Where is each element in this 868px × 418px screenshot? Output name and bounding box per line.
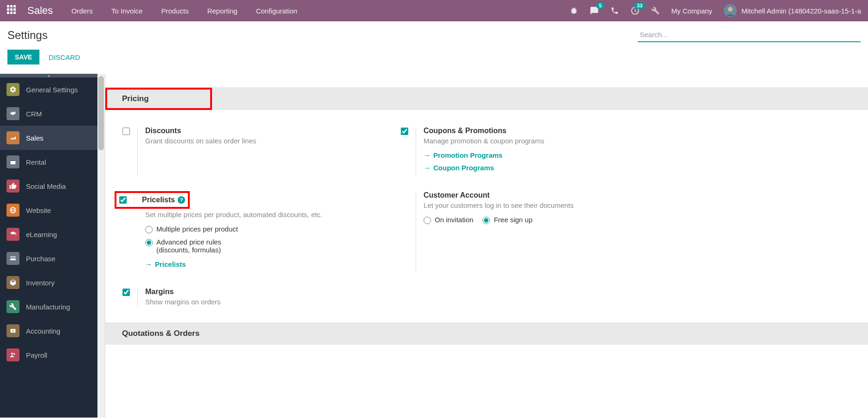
sidebar-item-label: Sales [26, 134, 44, 142]
settings-sidebar: ▲ General Settings CRM Sales Rental Soci… [0, 74, 97, 418]
sidebar-item-label: Payroll [26, 351, 47, 359]
sidebar-item-label: Manufacturing [26, 303, 70, 311]
sidebar-item-inventory[interactable]: Inventory [0, 270, 97, 295]
setting-title: Pricelists [142, 196, 175, 204]
sidebar-item-label: General Settings [26, 86, 78, 94]
sidebar-item-payroll[interactable]: Payroll [0, 343, 97, 367]
debug-icon[interactable] [570, 6, 578, 15]
setting-customer-account: Customer Account Let your customers log … [393, 184, 671, 280]
radio-free-signup[interactable]: Free sign up [482, 216, 532, 224]
settings-content: Pricing Discounts Grant discounts on sal… [105, 74, 868, 418]
activity-icon[interactable]: 33 [630, 6, 640, 15]
chart-icon [6, 131, 19, 144]
apps-icon[interactable] [7, 5, 18, 16]
graduation-icon [6, 228, 19, 241]
topbar: Sales Orders To Invoice Products Reporti… [0, 0, 868, 21]
discounts-checkbox[interactable] [122, 128, 130, 135]
setting-discounts: Discounts Grant discounts on sales order… [115, 119, 393, 184]
pricelists-link[interactable]: →Pricelists [145, 260, 393, 268]
messages-icon[interactable]: 5 [590, 6, 599, 15]
section-quotations: Quotations & Orders [105, 322, 868, 345]
pricelists-checkbox[interactable] [119, 196, 127, 204]
radio-on-invitation[interactable]: On invitation [424, 216, 473, 224]
gear-icon [6, 83, 19, 96]
svg-rect-8 [13, 12, 16, 14]
sidebar-item-label: Website [26, 206, 51, 214]
svg-rect-3 [7, 8, 9, 11]
app-title[interactable]: Sales [27, 5, 53, 17]
calendar-icon [6, 155, 19, 168]
menu-configuration[interactable]: Configuration [256, 7, 297, 15]
sidebar-item-rental[interactable]: Rental [0, 150, 97, 174]
margins-checkbox[interactable] [122, 289, 130, 296]
tools-icon[interactable] [651, 6, 660, 15]
messages-badge: 5 [596, 2, 604, 9]
main: ▲ General Settings CRM Sales Rental Soci… [0, 74, 868, 418]
sidebar-item-label: Purchase [26, 255, 55, 263]
setting-desc: Manage promotion & coupon programs [424, 137, 671, 145]
sidebar-item-social-media[interactable]: Social Media [0, 174, 97, 198]
save-button[interactable]: SAVE [7, 50, 39, 64]
sidebar-item-general-settings[interactable]: General Settings [0, 77, 97, 102]
arrow-icon: → [424, 164, 431, 172]
wrench-icon [6, 300, 19, 313]
setting-margins: Margins Show margins on orders [115, 280, 393, 313]
coupons-checkbox[interactable] [401, 128, 408, 135]
sidebar-item-label: Social Media [26, 182, 66, 190]
arrow-icon: → [145, 260, 152, 268]
setting-title: Coupons & Promotions [424, 127, 671, 135]
svg-rect-2 [13, 5, 16, 7]
sidebar-item-label: Rental [26, 158, 46, 166]
sidebar-item-website[interactable]: Website [0, 198, 97, 222]
radio-multiple-prices[interactable]: Multiple prices per product [145, 225, 393, 233]
menu-reporting[interactable]: Reporting [207, 7, 238, 15]
search-input[interactable] [638, 28, 861, 42]
setting-pricelists: Pricelists ? Set multiple prices per pro… [115, 184, 393, 280]
sidebar-item-sales[interactable]: Sales [0, 126, 97, 150]
credit-card-icon [6, 252, 19, 265]
sidebar-item-crm[interactable]: CRM [0, 102, 97, 126]
box-icon [6, 276, 19, 289]
people-icon [6, 348, 19, 361]
sidebar-item-label: CRM [26, 110, 42, 118]
radio-advanced-rules[interactable]: Advanced price rules(discounts, formulas… [145, 238, 393, 254]
svg-rect-5 [13, 8, 16, 11]
svg-point-10 [728, 7, 733, 12]
setting-desc: Let your customers log in to see their d… [424, 201, 671, 209]
phone-icon[interactable] [611, 6, 619, 15]
menu-products[interactable]: Products [161, 7, 188, 15]
svg-rect-0 [7, 5, 9, 7]
handshake-icon [6, 107, 19, 120]
page-title: Settings [7, 29, 48, 42]
setting-desc: Set multiple prices per product, automat… [145, 211, 393, 219]
setting-desc: Show margins on orders [145, 298, 393, 306]
svg-rect-1 [10, 5, 13, 7]
setting-title: Discounts [145, 127, 393, 135]
sidebar-scrollbar[interactable] [97, 74, 105, 418]
promotion-programs-link[interactable]: →Promotion Programs [424, 151, 671, 159]
svg-rect-4 [10, 8, 13, 11]
pricelists-highlight: Pricelists ? [115, 191, 190, 209]
svg-point-20 [11, 353, 13, 354]
menu-to-invoice[interactable]: To Invoice [111, 7, 143, 15]
setting-title: Margins [145, 288, 393, 296]
coupon-programs-link[interactable]: →Coupon Programs [424, 164, 671, 172]
user-name: Mitchell Admin (14804220-saas-15-1-a [741, 7, 861, 15]
svg-rect-7 [10, 12, 13, 14]
money-icon: $ [6, 324, 19, 337]
sidebar-item-purchase[interactable]: Purchase [0, 246, 97, 270]
sidebar-item-elearning[interactable]: eLearning [0, 222, 97, 246]
menu-orders[interactable]: Orders [71, 7, 93, 15]
sidebar-item-manufacturing[interactable]: Manufacturing [0, 295, 97, 319]
company-selector[interactable]: My Company [671, 7, 712, 15]
sidebar-item-accounting[interactable]: $ Accounting [0, 319, 97, 343]
sidebar-scroll-up[interactable]: ▲ [0, 74, 97, 77]
svg-point-21 [13, 353, 15, 354]
thumbs-up-icon [6, 180, 19, 193]
scrollbar-thumb[interactable] [98, 76, 104, 150]
discard-button[interactable]: DISCARD [49, 53, 80, 61]
help-icon[interactable]: ? [178, 196, 185, 204]
user-menu[interactable]: Mitchell Admin (14804220-saas-15-1-a [724, 4, 861, 17]
sidebar-item-label: Accounting [26, 327, 60, 335]
globe-icon [6, 204, 19, 217]
